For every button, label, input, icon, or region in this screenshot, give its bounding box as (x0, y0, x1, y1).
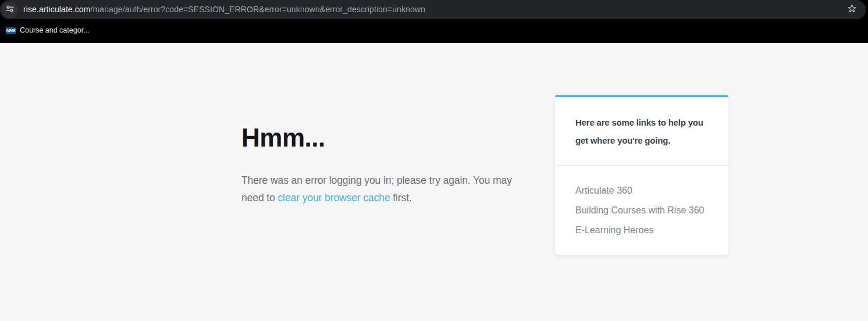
site-info-button[interactable] (2, 2, 18, 18)
address-bar[interactable]: rise.articulate.com/manage/auth/error?co… (0, 0, 866, 19)
error-message-text-after: first. (390, 192, 412, 204)
tune-icon (5, 4, 15, 16)
link-articulate-360[interactable]: Articulate 360 (575, 181, 717, 201)
help-links-card: Here are some links to help you get wher… (555, 95, 728, 255)
browser-window: rise.articulate.com/manage/auth/error?co… (0, 0, 868, 321)
nhs-favicon: NHS (6, 27, 16, 34)
page-title: Hmm... (241, 123, 558, 152)
error-message: There was an error logging you in; pleas… (241, 172, 558, 206)
clear-browser-cache-link[interactable]: clear your browser cache (278, 192, 390, 204)
help-card-title: Here are some links to help you get wher… (555, 97, 728, 166)
bookmark-label: Course and categor... (20, 26, 90, 34)
help-card-links: Articulate 360 Building Courses with Ris… (555, 166, 728, 255)
bookmark-star-button[interactable] (846, 4, 858, 15)
browser-chrome: rise.articulate.com/manage/auth/error?co… (0, 0, 868, 43)
link-building-courses-rise-360[interactable]: Building Courses with Rise 360 (575, 201, 717, 220)
bookmark-item-course-and-categories[interactable]: NHS Course and categor... (6, 24, 90, 37)
link-elearning-heroes[interactable]: E-Learning Heroes (575, 220, 717, 240)
url-domain: rise.articulate.com (23, 5, 91, 14)
bookmarks-bar: NHS Course and categor... (0, 19, 868, 43)
error-page: Hmm... There was an error logging you in… (0, 43, 868, 321)
star-icon (846, 3, 858, 16)
url-text[interactable]: rise.articulate.com/manage/auth/error?co… (23, 0, 425, 19)
url-path: /manage/auth/error?code=SESSION_ERROR&er… (91, 5, 425, 14)
error-block: Hmm... There was an error logging you in… (241, 123, 558, 206)
